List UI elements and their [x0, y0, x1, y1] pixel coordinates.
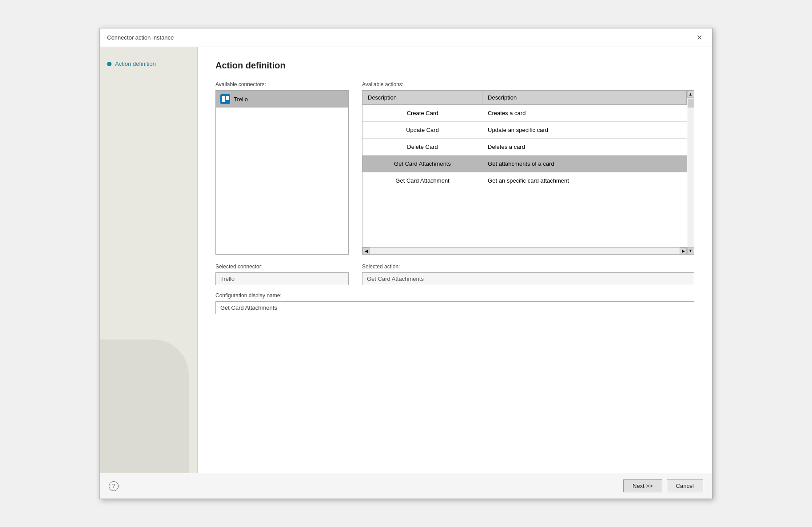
selected-connector-group: Selected connector:	[215, 264, 349, 285]
footer-left: ?	[109, 481, 119, 491]
selected-connector-label: Selected connector:	[215, 264, 349, 270]
sidebar: Action definition	[100, 47, 198, 473]
header-col1: Description	[362, 91, 482, 104]
actions-panel: Available actions: Description Descripti…	[362, 81, 694, 255]
config-display-input[interactable]	[215, 301, 694, 314]
sidebar-dot-icon	[107, 62, 111, 66]
help-button[interactable]: ?	[109, 481, 119, 491]
table-row[interactable]: Get Card Attachment Get an specific card…	[362, 172, 687, 189]
action-desc: Deletes a card	[482, 139, 687, 155]
sidebar-item-label: Action definition	[115, 60, 156, 67]
available-actions-label: Available actions:	[362, 81, 694, 88]
sidebar-decoration	[100, 339, 189, 473]
title-bar: Connector action instance ✕	[100, 28, 712, 47]
available-connectors-label: Available connectors:	[215, 81, 349, 88]
cancel-button[interactable]: Cancel	[667, 479, 703, 492]
selected-action-group: Selected action:	[362, 264, 694, 285]
h-scroll-track	[370, 248, 680, 254]
scroll-up-button[interactable]: ▲	[687, 91, 694, 98]
connectors-actions-row: Available connectors: Trello	[215, 81, 694, 255]
action-desc: Get attahcments of a card	[482, 156, 687, 172]
actions-table-body: Create Card Creates a card Update Card U…	[362, 105, 687, 247]
close-button[interactable]: ✕	[694, 32, 705, 43]
selected-connector-input[interactable]	[215, 272, 349, 285]
action-desc: Update an specific card	[482, 122, 687, 138]
trello-icon-inner	[222, 96, 229, 102]
section-title: Action definition	[215, 60, 694, 71]
action-name: Get Card Attachments	[362, 156, 482, 172]
main-content: Action definition Available connectors:	[198, 47, 712, 473]
action-name: Get Card Attachment	[362, 172, 482, 189]
action-name: Delete Card	[362, 139, 482, 155]
scroll-left-button[interactable]: ◀	[362, 248, 370, 254]
actions-table-scroll: Description Description Create Card Crea…	[362, 91, 687, 254]
dialog: Connector action instance ✕ Action defin…	[100, 28, 712, 499]
dialog-footer: ? Next >> Cancel	[100, 473, 712, 499]
actions-table-header: Description Description	[362, 91, 687, 105]
footer-right: Next >> Cancel	[623, 479, 703, 492]
selected-action-label: Selected action:	[362, 264, 694, 270]
trello-icon	[220, 94, 230, 104]
action-name: Update Card	[362, 122, 482, 138]
scroll-right-button[interactable]: ▶	[680, 248, 687, 254]
action-desc: Creates a card	[482, 105, 687, 121]
config-display-group: Configuration display name:	[215, 292, 694, 314]
table-row[interactable]: Create Card Creates a card	[362, 105, 687, 122]
vertical-scrollbar: ▲ ▼	[687, 91, 694, 254]
next-button[interactable]: Next >>	[623, 479, 662, 492]
trello-bar-right	[226, 96, 229, 100]
horizontal-scrollbar: ◀ ▶	[362, 247, 687, 254]
connector-item-trello[interactable]: Trello	[216, 91, 348, 108]
connectors-list[interactable]: Trello	[215, 90, 349, 255]
header-col2: Description	[482, 91, 687, 104]
actions-table-outer: Description Description Create Card Crea…	[362, 90, 694, 255]
selected-action-input[interactable]	[362, 272, 694, 285]
table-row[interactable]: Delete Card Deletes a card	[362, 139, 687, 156]
scroll-down-button[interactable]: ▼	[687, 247, 694, 254]
action-desc: Get an specific card attachment	[482, 172, 687, 189]
dialog-title: Connector action instance	[107, 34, 174, 41]
selected-fields-row: Selected connector: Selected action:	[215, 264, 694, 285]
connectors-panel: Available connectors: Trello	[215, 81, 349, 255]
table-row[interactable]: Get Card Attachments Get attahcments of …	[362, 156, 687, 172]
sidebar-item-action-definition[interactable]: Action definition	[107, 60, 190, 67]
config-display-label: Configuration display name:	[215, 292, 694, 299]
dialog-body: Action definition Action definition Avai…	[100, 47, 712, 473]
action-name: Create Card	[362, 105, 482, 121]
trello-bar-left	[222, 96, 225, 102]
connector-name: Trello	[234, 96, 248, 103]
scroll-thumb	[688, 99, 694, 108]
table-row[interactable]: Update Card Update an specific card	[362, 122, 687, 139]
